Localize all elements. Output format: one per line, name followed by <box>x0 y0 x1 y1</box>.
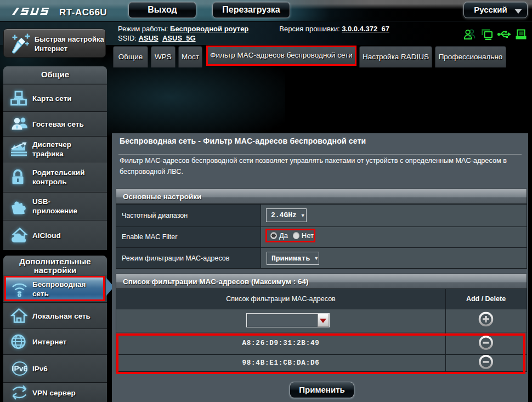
svg-text:IPv6: IPv6 <box>12 364 28 373</box>
